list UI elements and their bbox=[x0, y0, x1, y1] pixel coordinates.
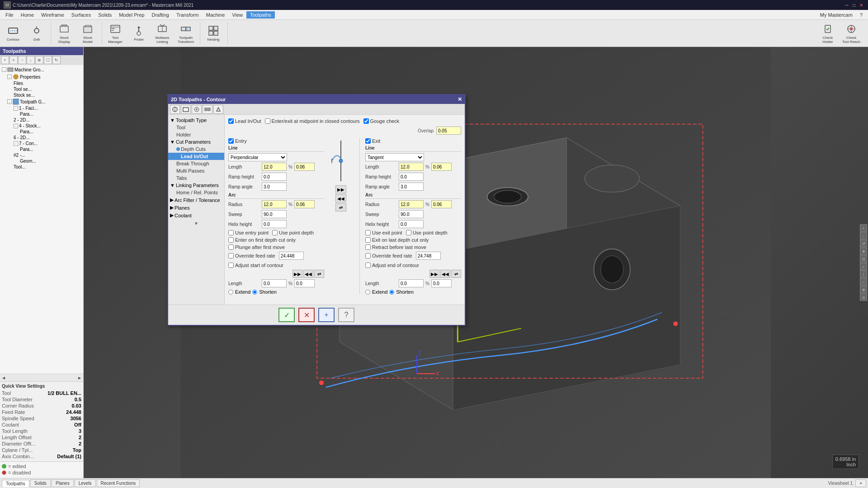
exit-ramp-height-input[interactable] bbox=[399, 173, 424, 181]
tab-solids[interactable]: Solids bbox=[30, 479, 51, 487]
exit-sweep-input[interactable] bbox=[399, 210, 424, 218]
end-length-input[interactable] bbox=[399, 279, 424, 287]
entry-ramp-height-input[interactable] bbox=[262, 173, 287, 181]
toolbar-check-holder-btn[interactable]: CheckHolder bbox=[816, 23, 839, 44]
start-extend-radio[interactable] bbox=[228, 290, 233, 295]
nav-item-tabs[interactable]: Tabs bbox=[168, 174, 224, 182]
tree-expand-toolpath[interactable]: - bbox=[7, 99, 12, 104]
menu-model-prep[interactable]: Model Prep bbox=[115, 11, 148, 19]
exit-override-feed-value[interactable] bbox=[416, 252, 441, 260]
end-arrow-right[interactable]: ▶▶ bbox=[429, 270, 439, 278]
end-arrow-left[interactable]: ◀◀ bbox=[440, 270, 450, 278]
ok-button[interactable]: ✓ bbox=[278, 308, 295, 322]
swap-btn[interactable]: ⇄ bbox=[335, 203, 346, 211]
tree-op1[interactable]: - 1 - Faci... bbox=[1, 105, 82, 111]
cb-override-feed-entry-input[interactable] bbox=[228, 253, 234, 258]
entry-radius-input[interactable] bbox=[262, 200, 287, 208]
entry-helix-input[interactable] bbox=[262, 220, 287, 228]
entry-override-feed-value[interactable] bbox=[279, 252, 304, 260]
cb-lead-inout-input[interactable] bbox=[228, 118, 234, 124]
dialog-close-btn[interactable]: ✕ bbox=[458, 96, 462, 103]
nav-header-coolant[interactable]: ▶ Coolant bbox=[168, 211, 224, 219]
nav-scroll-down[interactable]: ▼ bbox=[168, 221, 224, 226]
menu-view[interactable]: View bbox=[228, 11, 246, 19]
start-length-input[interactable] bbox=[262, 279, 287, 287]
menu-solids[interactable]: Solids bbox=[94, 11, 115, 19]
copy-to-entry-btn[interactable]: ◀◀ bbox=[335, 194, 346, 202]
menu-machine[interactable]: Machine bbox=[203, 11, 229, 19]
cb-use-exit-point-input[interactable] bbox=[365, 230, 371, 235]
end-pct-input[interactable] bbox=[431, 279, 452, 287]
cb-adjust-end-input[interactable] bbox=[365, 263, 371, 268]
start-arrow-swap[interactable]: ⇄ bbox=[314, 270, 324, 278]
close-button[interactable]: ✕ bbox=[858, 2, 864, 8]
dlg-btn-1[interactable] bbox=[170, 105, 180, 114]
cb-use-point-depth-entry-input[interactable] bbox=[272, 230, 278, 235]
entry-length-pct-input[interactable] bbox=[294, 163, 315, 171]
menu-drafting[interactable]: Drafting bbox=[148, 11, 173, 19]
tree-op4[interactable]: - 4 - Stock... bbox=[1, 123, 82, 129]
tab-levels[interactable]: Levels bbox=[75, 479, 96, 487]
tab-toolpaths[interactable]: Toolpaths bbox=[2, 480, 29, 487]
tree-op6[interactable]: 6 - 2D... bbox=[1, 135, 82, 141]
cb-override-feed-exit-input[interactable] bbox=[365, 253, 371, 258]
tree-stock-se[interactable]: Stock se... bbox=[1, 92, 82, 98]
start-arrow-left[interactable]: ◀◀ bbox=[303, 270, 313, 278]
tree-files[interactable]: Files bbox=[1, 80, 82, 86]
nav-item-lead-inout[interactable]: Lead In/Out bbox=[168, 153, 224, 160]
cb-adjust-start-input[interactable] bbox=[228, 263, 234, 268]
copy-to-exit-btn[interactable]: ▶▶ bbox=[335, 185, 346, 193]
tree-expand-machine[interactable]: - bbox=[2, 67, 6, 72]
lp-toggle-btn[interactable]: ☐ bbox=[44, 56, 52, 64]
menu-wireframe[interactable]: Wireframe bbox=[38, 11, 68, 19]
toolbar-contour-btn[interactable]: Contour bbox=[2, 23, 24, 44]
vp-nav-7[interactable]: ↕ bbox=[860, 271, 867, 278]
nav-item-multi-passes[interactable]: Multi Passes bbox=[168, 167, 224, 174]
tree-para7[interactable]: Para... bbox=[1, 146, 82, 152]
toolbar-probe-btn[interactable]: Probe bbox=[127, 23, 150, 44]
menu-surfaces[interactable]: Surfaces bbox=[68, 11, 94, 19]
lp-delete-btn[interactable]: × bbox=[9, 56, 18, 64]
menu-help[interactable]: ? bbox=[856, 11, 866, 19]
exit-ramp-angle-input[interactable] bbox=[399, 183, 424, 191]
entry-length-input[interactable] bbox=[262, 163, 287, 171]
maximize-button[interactable]: □ bbox=[851, 2, 857, 8]
entry-line-type-select[interactable]: Perpendicular Tangent None bbox=[228, 153, 287, 161]
nav-item-home[interactable]: Home / Rel. Points bbox=[168, 189, 224, 196]
toolbar-tool-manager-btn[interactable]: ToolManager bbox=[104, 23, 127, 44]
tab-planes[interactable]: Planes bbox=[52, 479, 74, 487]
vp-nav-1[interactable]: + bbox=[860, 225, 867, 232]
end-shorten-radio[interactable] bbox=[389, 290, 394, 295]
vp-nav-6[interactable]: ⌂ bbox=[860, 263, 867, 270]
entry-ramp-angle-input[interactable] bbox=[262, 183, 287, 191]
tree-properties[interactable]: - Properties bbox=[1, 73, 82, 80]
nav-item-holder[interactable]: Holder bbox=[168, 131, 224, 138]
tree-op7[interactable]: - 7 - Con... bbox=[1, 141, 82, 146]
menu-toolpaths[interactable]: Toolpaths bbox=[246, 11, 275, 19]
nav-item-tool[interactable]: Tool bbox=[168, 124, 224, 131]
dlg-btn-4[interactable] bbox=[203, 105, 212, 114]
menu-file[interactable]: File bbox=[2, 11, 17, 19]
tree-expand-op1[interactable]: - bbox=[14, 106, 18, 111]
nav-header-planes[interactable]: ▶ Planes bbox=[168, 204, 224, 211]
nav-item-depth-cuts[interactable]: Depth Cuts bbox=[168, 145, 224, 153]
vp-nav-4[interactable]: ⊕ bbox=[860, 248, 867, 255]
exit-line-type-select[interactable]: Perpendicular Tangent None bbox=[365, 153, 424, 161]
tree-expand-op7[interactable]: - bbox=[14, 141, 18, 146]
dlg-btn-3[interactable] bbox=[192, 105, 202, 114]
entry-radius-pct-input[interactable] bbox=[294, 200, 315, 208]
add-viewsheet-btn[interactable]: + bbox=[855, 479, 866, 487]
menu-my-mastercam[interactable]: My Mastercam bbox=[816, 11, 856, 19]
vp-nav-8[interactable]: ↔ bbox=[860, 278, 867, 286]
tree-geom[interactable]: Geom... bbox=[1, 158, 82, 164]
end-arrow-swap[interactable]: ⇄ bbox=[451, 270, 461, 278]
cb-enter-first-depth-input[interactable] bbox=[228, 237, 234, 243]
vp-nav-10[interactable]: ◎ bbox=[860, 294, 867, 301]
cb-retract-before-input[interactable] bbox=[365, 244, 371, 250]
nav-header-arc[interactable]: ▶ Arc Filter / Tolerance bbox=[168, 196, 224, 204]
exit-helix-input[interactable] bbox=[399, 220, 424, 228]
exit-radius-pct-input[interactable] bbox=[431, 200, 452, 208]
cb-exit-input[interactable] bbox=[365, 138, 371, 144]
nav-next-btn[interactable]: ▶ bbox=[77, 375, 82, 380]
nav-header-cut[interactable]: ▼ Cut Parameters bbox=[168, 138, 224, 145]
